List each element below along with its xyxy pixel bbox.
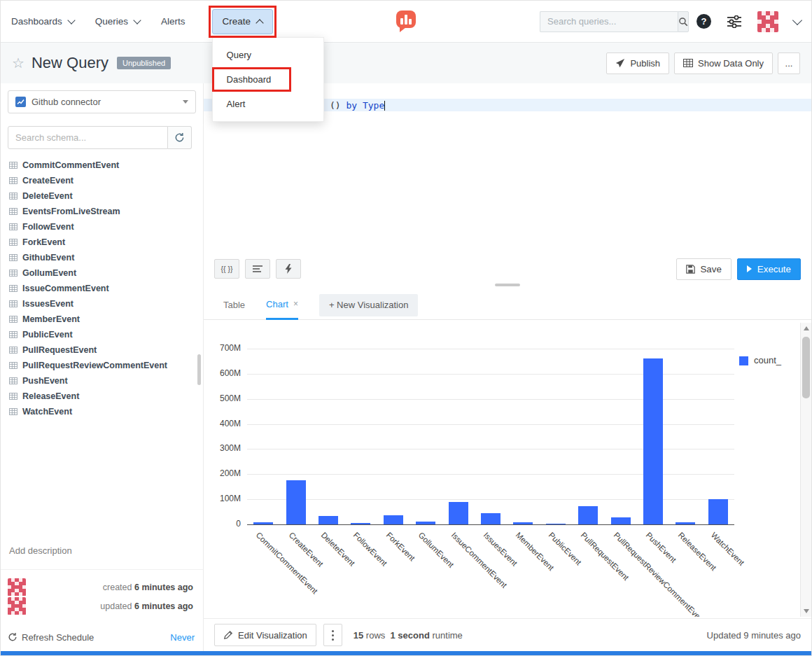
tab-chart[interactable]: Chart × <box>266 291 298 320</box>
sidebar-scrollbar[interactable] <box>197 354 201 385</box>
datasource-select[interactable]: Github connector <box>8 90 196 113</box>
x-axis-tick-label: FollowEvent <box>352 531 389 568</box>
chart-bar[interactable] <box>253 522 273 524</box>
chart-bar[interactable] <box>318 516 338 524</box>
schema-table-item[interactable]: ReleaseEvent <box>1 389 203 404</box>
nav-dashboards[interactable]: Dashboards <box>11 16 74 27</box>
chart-bar[interactable] <box>416 522 435 524</box>
edit-visualization-label: Edit Visualization <box>238 630 307 641</box>
query-search-box <box>540 11 681 32</box>
tab-table[interactable]: Table <box>223 291 245 320</box>
chevron-down-icon <box>183 100 188 104</box>
redash-logo[interactable] <box>394 9 418 33</box>
show-data-only-label: Show Data Only <box>698 58 764 69</box>
schema-table-item[interactable]: EventsFromLiveStream <box>1 204 203 219</box>
execute-button[interactable]: Execute <box>737 258 801 280</box>
schema-table-item[interactable]: CommitCommentEvent <box>1 158 203 173</box>
schema-table-item[interactable]: PushEvent <box>1 373 203 389</box>
y-axis-tick-label: 400M <box>204 419 241 428</box>
table-icon <box>9 285 18 292</box>
schema-table-item[interactable]: ForkEvent <box>1 235 203 250</box>
chart-bar[interactable] <box>643 358 663 524</box>
last-updated-text: Updated 9 minutes ago <box>707 630 801 641</box>
scroll-down-icon[interactable] <box>801 606 811 617</box>
schema-table-item[interactable]: PublicEvent <box>1 327 203 342</box>
chart-bar[interactable] <box>611 517 631 524</box>
publish-button[interactable]: Publish <box>606 53 669 74</box>
new-visualization-button[interactable]: + New Visualization <box>319 294 419 316</box>
chart-bar[interactable] <box>481 513 500 524</box>
help-icon[interactable]: ? <box>696 14 711 29</box>
code-plain: () <box>330 100 346 111</box>
schema-table-item[interactable]: WatchEvent <box>1 404 203 419</box>
add-description-link[interactable]: Add description <box>9 545 72 556</box>
chevron-down-icon[interactable] <box>792 15 802 25</box>
autocomplete-button[interactable] <box>276 259 301 279</box>
refresh-schedule-value[interactable]: Never <box>170 632 195 643</box>
table-icon <box>9 223 18 230</box>
schema-table-item[interactable]: PullRequestEvent <box>1 342 203 358</box>
more-options-button[interactable]: ... <box>778 53 800 74</box>
format-query-button[interactable] <box>245 259 270 279</box>
x-axis-tick-label: CommitCommentEvent <box>255 531 320 596</box>
top-navigation: Dashboards Queries Alerts Create Query D… <box>1 1 811 43</box>
schema-refresh-icon[interactable] <box>168 126 192 149</box>
schema-search-input[interactable] <box>8 126 168 149</box>
show-data-only-button[interactable]: Show Data Only <box>674 53 773 74</box>
avatar[interactable] <box>757 11 778 32</box>
chart-bar[interactable] <box>676 522 695 524</box>
close-icon[interactable]: × <box>293 299 298 309</box>
kebab-icon <box>332 634 334 636</box>
edit-visualization-button[interactable]: Edit Visualization <box>214 624 316 646</box>
schema-table-item[interactable]: GollumEvent <box>1 265 203 281</box>
chart-bar[interactable] <box>578 506 598 524</box>
favorite-star-icon[interactable]: ☆ <box>12 55 24 71</box>
chart-scrollbar[interactable] <box>800 323 811 617</box>
schema-table-item[interactable]: GithubEvent <box>1 250 203 265</box>
insert-parameter-button[interactable]: {{ }} <box>214 259 239 279</box>
chart-bar[interactable] <box>708 499 728 524</box>
avatar[interactable] <box>8 578 26 596</box>
schema-table-item[interactable]: IssuesEvent <box>1 296 203 312</box>
create-button[interactable]: Create <box>212 9 274 34</box>
schema-table-item[interactable]: FollowEvent <box>1 219 203 235</box>
table-icon <box>9 239 18 246</box>
create-dropdown-menu: Query Dashboard Alert <box>212 37 324 122</box>
schema-table-item[interactable]: PullRequestReviewCommentEvent <box>1 358 203 373</box>
schema-table-item[interactable]: IssueCommentEvent <box>1 281 203 296</box>
chart-bar[interactable] <box>384 515 403 524</box>
kebab-menu-button[interactable] <box>323 624 342 646</box>
save-button[interactable]: Save <box>676 258 731 280</box>
table-icon <box>9 270 18 277</box>
chart-bar[interactable] <box>546 524 566 525</box>
search-icon[interactable] <box>678 11 689 32</box>
table-name: ForkEvent <box>22 237 65 247</box>
chart-bar[interactable] <box>286 480 306 524</box>
editor-resize-handle[interactable] <box>495 284 520 286</box>
legend-label[interactable]: count_ <box>754 355 781 365</box>
legend-swatch[interactable] <box>739 356 748 365</box>
menu-item-dashboard[interactable]: Dashboard <box>213 67 323 92</box>
nav-right-cluster: ? <box>540 11 801 32</box>
menu-item-query[interactable]: Query <box>213 43 323 67</box>
avatar[interactable] <box>8 597 26 615</box>
sliders-icon[interactable] <box>727 15 742 28</box>
chart-bar[interactable] <box>351 523 370 524</box>
y-axis-tick-label: 600M <box>204 368 241 378</box>
y-axis-tick-label: 700M <box>204 343 241 353</box>
nav-queries[interactable]: Queries <box>95 16 140 27</box>
schema-table-item[interactable]: DeleteEvent <box>1 188 203 204</box>
search-input[interactable] <box>540 11 678 32</box>
schema-table-item[interactable]: MemberEvent <box>1 312 203 327</box>
schema-table-item[interactable]: CreateEvent <box>1 173 203 188</box>
runtime-label: runtime <box>430 630 463 641</box>
scrollbar-thumb[interactable] <box>802 337 810 398</box>
menu-item-alert[interactable]: Alert <box>213 92 323 116</box>
scroll-up-icon[interactable] <box>801 323 811 334</box>
nav-alerts[interactable]: Alerts <box>161 16 186 27</box>
chart-bar[interactable] <box>513 522 533 524</box>
table-icon <box>9 162 18 169</box>
query-code-line: () by Type <box>330 100 385 111</box>
chart-bar[interactable] <box>449 502 468 524</box>
table-icon <box>9 331 18 338</box>
